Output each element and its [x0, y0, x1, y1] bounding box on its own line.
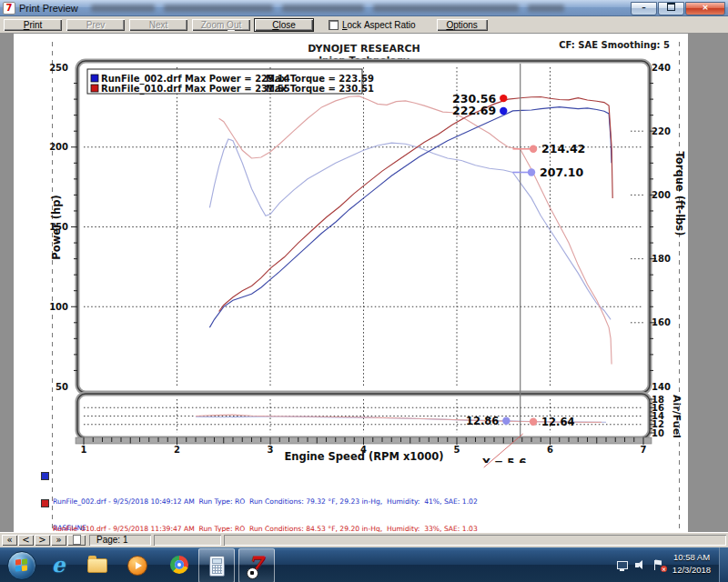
left-margin-guide: [52, 42, 53, 529]
close-preview-button[interactable]: Close: [255, 19, 313, 31]
windows-flag-icon: [15, 559, 27, 572]
prev-page-icon: <: [22, 535, 29, 545]
next-page-button[interactable]: Next: [129, 19, 187, 31]
statusbar: « < > » Page: 1: [0, 532, 728, 547]
page-icon: [73, 535, 81, 545]
zoom-out-button[interactable]: Zoom Out: [192, 19, 250, 31]
taskbar-item-windows-explorer[interactable]: [86, 554, 107, 576]
calculator-icon: [209, 556, 225, 577]
window-title: Print Preview: [19, 3, 78, 14]
app-icon: 7: [3, 2, 15, 15]
prev-page-button[interactable]: Prev: [66, 19, 125, 31]
last-page-button[interactable]: »: [51, 535, 66, 546]
report-page: [14, 32, 688, 535]
network-icon[interactable]: [616, 559, 628, 571]
minimize-button[interactable]: –: [631, 2, 657, 15]
run-color-swatch-blue: [41, 472, 49, 480]
media-player-icon: [127, 556, 147, 576]
maximize-icon: [667, 3, 675, 11]
lock-aspect-ratio-checkbox[interactable]: [329, 20, 339, 30]
folder-icon: [87, 558, 107, 573]
right-margin-guide: [679, 42, 680, 529]
taskbar-item-internet-explorer[interactable]: e: [47, 554, 69, 576]
lock-aspect-ratio-label: Lock Aspect Ratio: [342, 20, 416, 30]
report-subtitle: Injen Technology: [237, 55, 491, 65]
taskbar-item-dynojet[interactable]: 7: [238, 548, 275, 582]
report-brand: DYNOJET RESEARCH: [237, 43, 491, 55]
taskbar-item-calculator[interactable]: [198, 548, 235, 582]
action-center-flag-icon[interactable]: ×: [652, 559, 664, 571]
clock-date: 12/3/2018: [666, 564, 717, 577]
preview-area: [0, 32, 728, 535]
prev-page-nav-button[interactable]: <: [18, 535, 34, 546]
last-page-icon: »: [56, 535, 61, 545]
internet-explorer-icon: e: [52, 552, 66, 577]
taskbar-item-media-player[interactable]: [126, 554, 147, 576]
next-page-icon: >: [38, 535, 46, 545]
show-desktop-button[interactable]: [719, 547, 728, 582]
taskbar: e 7 × 10:58 AM 12/3/2018: [0, 547, 728, 582]
close-icon: ×: [702, 3, 709, 12]
first-page-button[interactable]: «: [2, 535, 17, 546]
taskbar-clock[interactable]: 10:58 AM 12/3/2018: [666, 551, 717, 577]
status-panel-2: [154, 535, 221, 546]
minimize-icon: –: [642, 3, 646, 12]
run-color-swatch-red: [41, 499, 49, 507]
close-window-button[interactable]: ×: [685, 2, 725, 15]
system-tray: ×: [616, 547, 664, 582]
titlebar[interactable]: 7 Print Preview – ×: [0, 0, 728, 16]
first-page-icon: «: [6, 535, 12, 545]
soccer-ball-icon: [247, 567, 258, 579]
page-number-panel: Page: 1: [89, 535, 151, 546]
maximize-button[interactable]: [658, 2, 684, 15]
chrome-icon: [170, 556, 188, 574]
clock-time: 10:58 AM: [666, 551, 717, 564]
options-button[interactable]: Options: [437, 19, 488, 31]
page-setup-button[interactable]: [67, 535, 86, 546]
volume-icon[interactable]: [634, 559, 646, 571]
taskbar-item-chrome[interactable]: [168, 554, 190, 576]
next-page-nav-button[interactable]: >: [35, 535, 50, 546]
correction-factor-text: CF: SAE Smoothing: 5: [559, 40, 670, 50]
redacted-title-text: [91, 5, 564, 12]
print-preview-window: { "window": { "title": "Print Preview", …: [0, 0, 728, 582]
print-preview-toolbar: Print Prev Next Zoom Out Close Lock Aspe…: [0, 16, 728, 34]
start-button[interactable]: [7, 551, 36, 580]
print-button[interactable]: Print: [4, 19, 62, 31]
status-panel-3: [224, 535, 726, 546]
